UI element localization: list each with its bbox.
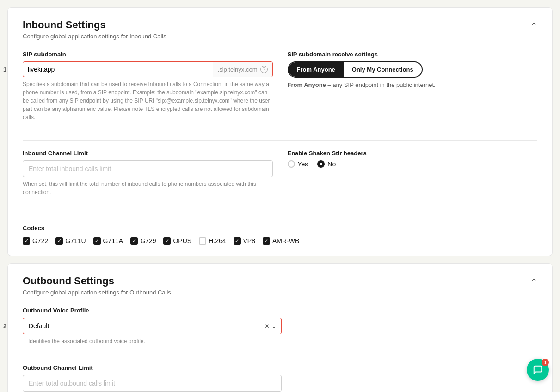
codec-amrwb-label: AMR-WB: [272, 237, 299, 245]
sip-subdomain-input-wrapper: .sip.telnyx.com ?: [23, 61, 273, 77]
codec-h264-checkbox[interactable]: [199, 237, 206, 245]
codec-vp8-label: VP8: [243, 237, 255, 245]
chat-badge: 1: [542, 359, 549, 366]
codecs-list: ✓ G722 ✓ G711U ✓ G711A ✓ G729: [23, 237, 537, 245]
codec-amrwb: ✓ AMR-WB: [263, 237, 299, 245]
inbound-collapse-icon[interactable]: ⌃: [530, 21, 537, 31]
inbound-top-row: SIP subdomain 1 .sip.telnyx.com ? Specif…: [23, 51, 537, 131]
outbound-voice-profile-select[interactable]: Default: [23, 318, 281, 334]
codec-vp8-checkbox[interactable]: ✓: [234, 237, 241, 245]
codec-g711u: ✓ G711U: [55, 237, 86, 245]
shaken-stir-radio-group: Yes No: [288, 160, 538, 168]
row-num-1: 1: [3, 66, 6, 73]
chat-icon: [533, 365, 543, 375]
inbound-subtitle: Configure global application settings fo…: [23, 33, 166, 40]
sip-subdomain-label: SIP subdomain: [23, 51, 273, 58]
sip-suffix: .sip.telnyx.com ?: [213, 62, 272, 77]
outbound-header: Outbound Settings Configure global appli…: [23, 275, 537, 296]
inbound-channel-limit-group: Inbound Channel Limit When set, this wil…: [23, 150, 273, 196]
chat-fab[interactable]: 1: [527, 359, 549, 381]
outbound-channel-limit-label: Outbound Channel Limit: [23, 364, 537, 371]
outbound-title: Outbound Settings: [23, 275, 171, 287]
inbound-header-text: Inbound Settings Configure global applic…: [23, 19, 166, 40]
codec-g722-checkbox[interactable]: ✓: [23, 237, 30, 245]
codecs-section: Codecs ✓ G722 ✓ G711U ✓ G711A: [23, 225, 537, 245]
outbound-voice-profile-row: 2 Default ✕ ⌄: [23, 318, 537, 334]
divider-3: [23, 355, 537, 355]
outbound-header-text: Outbound Settings Configure global appli…: [23, 275, 171, 296]
inbound-middle-row: Inbound Channel Limit When set, this wil…: [23, 150, 537, 206]
codec-amrwb-checkbox[interactable]: ✓: [263, 237, 270, 245]
outbound-voice-profile-hint: Identifies the associated outbound voice…: [28, 337, 287, 345]
codec-opus-label: OPUS: [173, 237, 191, 245]
shaken-stir-yes-label: Yes: [298, 160, 308, 168]
codecs-label: Codecs: [23, 225, 537, 232]
codec-g711a-checkbox[interactable]: ✓: [93, 237, 101, 245]
page-container: Inbound Settings Configure global applic…: [7, 7, 553, 392]
codec-opus-checkbox[interactable]: ✓: [163, 237, 171, 245]
shaken-stir-yes[interactable]: Yes: [288, 160, 308, 168]
receive-hint-suffix: – any SIP endpoint in the public interne…: [327, 81, 435, 88]
codec-g711u-checkbox[interactable]: ✓: [55, 237, 63, 245]
outbound-voice-profile-label: Outbound Voice Profile: [23, 307, 537, 314]
inbound-header: Inbound Settings Configure global applic…: [23, 19, 537, 40]
inbound-channel-limit-input[interactable]: [23, 160, 273, 177]
outbound-collapse-icon[interactable]: ⌃: [530, 277, 537, 287]
codec-vp8: ✓ VP8: [234, 237, 255, 245]
inbound-title: Inbound Settings: [23, 19, 166, 31]
shaken-stir-no[interactable]: No: [317, 160, 336, 168]
codec-g729-label: G729: [140, 237, 156, 245]
from-anyone-btn[interactable]: From Anyone: [289, 62, 344, 77]
inbound-channel-limit-label: Inbound Channel Limit: [23, 150, 273, 157]
outbound-channel-limit-group: Outbound Channel Limit When set, this wi…: [23, 364, 537, 392]
outbound-voice-profile-select-wrapper: Default ✕ ⌄: [23, 318, 282, 334]
outbound-subtitle: Configure global application settings fo…: [23, 289, 171, 296]
codec-h264-label: H.264: [209, 237, 226, 245]
only-connections-btn[interactable]: Only My Connections: [344, 62, 422, 77]
inbound-settings-card: Inbound Settings Configure global applic…: [7, 7, 553, 256]
sip-subdomain-input[interactable]: [23, 62, 213, 77]
codec-g711u-label: G711U: [65, 237, 86, 245]
row-num-2: 2: [3, 323, 6, 330]
shaken-stir-yes-circle: [288, 160, 295, 168]
receive-settings-label: SIP subdomain receive settings: [288, 51, 538, 58]
codec-g722-label: G722: [32, 237, 48, 245]
receive-hint-prefix: From Anyone: [288, 81, 326, 88]
shaken-stir-group: Enable Shaken Stir headers Yes No: [288, 150, 538, 196]
receive-settings-group: SIP subdomain receive settings From Anyo…: [288, 51, 538, 122]
codec-g711a-label: G711A: [103, 237, 123, 245]
receive-hint: From Anyone – any SIP endpoint in the pu…: [288, 81, 538, 88]
codec-g711a: ✓ G711A: [93, 237, 123, 245]
divider-2: [23, 215, 537, 215]
divider-1: [23, 140, 537, 141]
sip-subdomain-hint: Specifies a subdomain that can be used t…: [23, 80, 273, 122]
shaken-stir-label: Enable Shaken Stir headers: [288, 150, 538, 157]
codec-g729-checkbox[interactable]: ✓: [130, 237, 138, 245]
shaken-stir-no-label: No: [327, 160, 336, 168]
sip-subdomain-row: 1 .sip.telnyx.com ?: [23, 61, 273, 77]
codec-h264: H.264: [199, 237, 226, 245]
sip-subdomain-group: SIP subdomain 1 .sip.telnyx.com ? Specif…: [23, 51, 273, 122]
outbound-settings-card: Outbound Settings Configure global appli…: [7, 263, 553, 392]
outbound-voice-profile-group: Outbound Voice Profile 2 Default ✕ ⌄ Ide…: [23, 307, 537, 345]
inbound-channel-limit-hint: When set, this will limit the total numb…: [23, 180, 273, 196]
receive-settings-toggle: From Anyone Only My Connections: [288, 61, 423, 78]
shaken-stir-no-circle: [317, 160, 325, 168]
codec-g722: ✓ G722: [23, 237, 48, 245]
sip-info-icon[interactable]: ?: [260, 66, 268, 73]
codec-opus: ✓ OPUS: [163, 237, 191, 245]
outbound-channel-limit-input[interactable]: [23, 375, 282, 392]
codec-g729: ✓ G729: [130, 237, 156, 245]
